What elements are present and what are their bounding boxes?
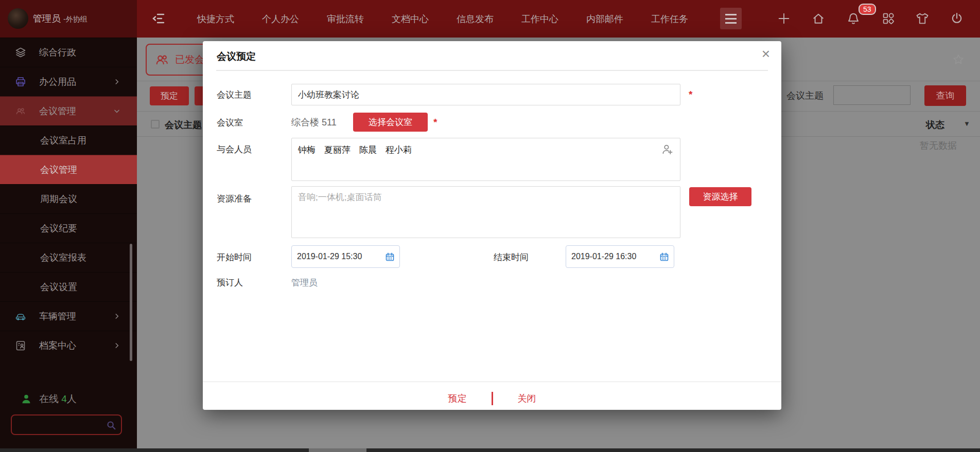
hamburger-menu-icon[interactable]: [720, 8, 742, 29]
online-count: 4: [61, 393, 67, 404]
end-time-field: [566, 245, 674, 268]
bell-icon[interactable]: [846, 11, 861, 26]
attendees-box[interactable]: 钟梅 夏丽萍 陈晨 程小莉: [291, 138, 680, 181]
shirt-icon[interactable]: [915, 11, 930, 26]
nav-approval[interactable]: 审批流转: [327, 13, 364, 25]
two-person-icon: [154, 52, 170, 67]
end-time-input[interactable]: [571, 246, 654, 267]
sidebar-item-admin[interactable]: 综合行政: [0, 38, 137, 67]
collapse-menu-icon[interactable]: [151, 12, 166, 25]
sidebar-item-meeting-mgmt[interactable]: 会议管理: [0, 96, 137, 125]
nav-documents[interactable]: 文档中心: [392, 13, 429, 25]
online-suffix: 人: [67, 393, 77, 404]
attendee: 陈晨: [359, 144, 377, 156]
add-person-icon[interactable]: [660, 142, 674, 156]
search-icon[interactable]: [106, 420, 117, 431]
resource-label: 资源准备: [217, 193, 252, 205]
subject-label: 会议主题: [217, 89, 252, 101]
sidebar-item-room-occupancy[interactable]: 会议室占用: [0, 125, 137, 155]
sidebar: 综合行政 办公用品 会议管理 会议室占用 会议管理 周期会议 会议纪要 会议室报…: [0, 38, 137, 452]
footer-separator: [492, 392, 493, 405]
attendee: 程小莉: [386, 144, 412, 156]
meeting-reservation-modal: 会议预定 × 会议主题 * 会议室 综合楼 511 选择会议室 * 与会人员 钟…: [203, 41, 781, 410]
online-label: 在线: [39, 393, 59, 404]
chevron-down-icon: [113, 107, 120, 115]
bg-search-label: 会议主题: [786, 89, 824, 102]
bottom-bar-segment: [309, 448, 366, 452]
subject-input[interactable]: [291, 84, 680, 105]
query-button[interactable]: 查询: [924, 85, 966, 106]
confirm-reserve-button[interactable]: 预定: [448, 392, 467, 405]
person-icon: [21, 393, 32, 405]
layers-icon: [14, 46, 27, 59]
booker-label: 预订人: [217, 277, 243, 288]
room-label: 会议室: [217, 117, 243, 129]
user-name: 管理员 -外协组: [33, 12, 87, 25]
sidebar-item-supplies[interactable]: 办公用品: [0, 67, 137, 96]
start-time-field: [291, 245, 400, 268]
printer-icon: [14, 76, 27, 88]
resource-textarea[interactable]: [291, 186, 680, 238]
idcard-icon: [14, 339, 27, 352]
required-asterisk: *: [689, 89, 692, 100]
sidebar-item-meeting-mgmt-sub[interactable]: 会议管理: [0, 155, 137, 184]
sidebar-search-input[interactable]: [16, 417, 101, 433]
chevron-right-icon: [113, 342, 120, 349]
chevron-right-icon: [113, 78, 120, 85]
home-icon[interactable]: [811, 11, 826, 26]
close-icon[interactable]: ×: [762, 45, 770, 63]
bg-subject-search-input[interactable]: [833, 85, 911, 105]
nav-workcenter[interactable]: 工作中心: [521, 13, 558, 25]
sidebar-item-meeting-settings[interactable]: 会议设置: [0, 272, 137, 301]
required-asterisk: *: [433, 117, 437, 128]
nav-mail[interactable]: 内部邮件: [586, 13, 623, 25]
modal-footer: 预定 关闭: [203, 388, 781, 409]
select-room-button[interactable]: 选择会议室: [353, 113, 428, 132]
column-header-status: 状态: [926, 119, 944, 131]
booker-link[interactable]: 管理员: [291, 277, 318, 288]
sidebar-item-room-report[interactable]: 会议室报表: [0, 243, 137, 272]
avatar[interactable]: [8, 8, 28, 29]
start-time-label: 开始时间: [217, 251, 252, 263]
sidebar-item-meeting-minutes[interactable]: 会议纪要: [0, 213, 137, 243]
calendar-icon[interactable]: [384, 251, 395, 262]
bottom-bar: [0, 448, 980, 452]
sidebar-item-periodic-meeting[interactable]: 周期会议: [0, 184, 137, 213]
online-status: 在线 4人: [21, 392, 77, 406]
favorite-star-icon[interactable]: [952, 53, 965, 66]
column-header-subject: 会议主题: [165, 119, 202, 131]
sidebar-scrollbar[interactable]: [130, 244, 132, 361]
nav-shortcuts[interactable]: 快捷方式: [197, 13, 234, 25]
select-resource-button[interactable]: 资源选择: [689, 187, 751, 206]
topbar-user-area: 管理员 -外协组: [0, 0, 137, 38]
car-icon: [14, 310, 27, 322]
end-time-label: 结束时间: [494, 251, 529, 263]
notification-badge[interactable]: 53: [859, 4, 876, 15]
modal-title: 会议预定: [217, 50, 256, 63]
apps-grid-icon[interactable]: [881, 11, 896, 26]
attendee: 钟梅: [298, 144, 316, 156]
sidebar-item-archive-center[interactable]: 档案中心: [0, 331, 137, 360]
group-icon: [14, 105, 27, 117]
sidebar-search-box: [11, 414, 122, 435]
select-all-checkbox[interactable]: [151, 120, 160, 129]
calendar-icon[interactable]: [659, 251, 670, 262]
power-icon[interactable]: [950, 11, 964, 26]
chevron-right-icon: [113, 313, 120, 320]
empty-data-text: 暂无数据: [920, 139, 957, 152]
modal-header-divider: [216, 70, 768, 71]
room-value: 综合楼 511: [291, 116, 337, 129]
plus-icon[interactable]: [777, 11, 791, 26]
nav-personal[interactable]: 个人办公: [262, 13, 299, 25]
sidebar-item-vehicle-mgmt[interactable]: 车辆管理: [0, 301, 137, 331]
modal-footer-divider: [203, 382, 781, 382]
close-button[interactable]: 关闭: [518, 392, 536, 405]
nav-tasks[interactable]: 工作任务: [651, 13, 688, 25]
top-nav: 快捷方式 个人办公 审批流转 文档中心 信息发布 工作中心 内部邮件 工作任务: [197, 0, 688, 38]
nav-infopublish[interactable]: 信息发布: [457, 13, 494, 25]
attendee: 夏丽萍: [324, 144, 351, 156]
status-filter-caret-icon[interactable]: ▼: [964, 120, 970, 128]
start-time-input[interactable]: [297, 246, 379, 267]
attendee-names: 钟梅 夏丽萍 陈晨 程小莉: [298, 144, 412, 156]
reserve-button-bg[interactable]: 预定: [150, 86, 189, 105]
